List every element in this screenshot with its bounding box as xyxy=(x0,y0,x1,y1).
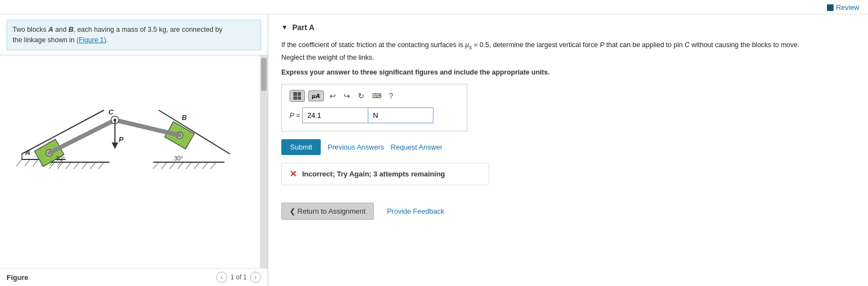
figure-nav: ‹ 1 of 1 › xyxy=(216,272,261,283)
figure-next-button[interactable]: › xyxy=(250,272,261,283)
redo-button[interactable]: ↪ xyxy=(342,90,352,101)
main-layout: Two blocks A and B, each having a mass o… xyxy=(0,14,868,286)
figure-page: 1 of 1 xyxy=(230,273,247,281)
svg-text:A: A xyxy=(25,148,30,157)
svg-line-27 xyxy=(186,162,192,169)
svg-text:30°: 30° xyxy=(174,155,183,162)
svg-line-28 xyxy=(194,162,200,169)
provide-feedback-link[interactable]: Provide Feedback xyxy=(387,207,444,215)
svg-text:C: C xyxy=(108,108,114,116)
svg-line-29 xyxy=(202,162,208,169)
svg-line-11 xyxy=(57,162,63,169)
help-button[interactable]: ? xyxy=(387,90,396,101)
svg-line-14 xyxy=(82,162,88,169)
express-line: Express your answer to three significant… xyxy=(281,68,855,76)
right-panel: ▼ Part A If the coefficient of static fr… xyxy=(268,14,868,286)
input-row: P = xyxy=(290,107,459,123)
error-icon: ✕ xyxy=(290,169,297,179)
svg-text:B: B xyxy=(182,113,187,122)
keyboard-button[interactable]: ⌨ xyxy=(370,91,384,101)
problem-text-mass: , each having a mass of 3.5 kg, are conn… xyxy=(73,26,222,33)
part-header: ▼ Part A xyxy=(281,23,855,32)
problem-statement: If the coefficient of static friction at… xyxy=(281,39,855,63)
request-answer-link[interactable]: Request Answer xyxy=(391,143,443,151)
top-bar: Review xyxy=(0,0,868,14)
refresh-button[interactable]: ↻ xyxy=(356,90,367,101)
svg-text:P: P xyxy=(119,135,124,144)
svg-line-12 xyxy=(66,162,71,169)
bottom-bar: ❮ Return to Assignment Provide Feedback xyxy=(281,196,855,222)
answer-box: μA ↩ ↪ ↻ ⌨ ? P = xyxy=(281,84,467,131)
block-a-label: A xyxy=(48,26,53,33)
figure-link[interactable]: (Figure 1) xyxy=(77,36,106,44)
svg-line-13 xyxy=(74,162,79,169)
svg-line-15 xyxy=(90,162,96,169)
svg-line-35 xyxy=(49,120,115,153)
svg-line-10 xyxy=(49,162,55,169)
grid-icon xyxy=(293,92,301,100)
review-link[interactable]: Review xyxy=(827,3,859,12)
svg-line-2 xyxy=(16,159,22,166)
value-input[interactable] xyxy=(302,107,368,123)
review-icon xyxy=(827,4,834,11)
error-box: ✕ Incorrect; Try Again; 3 attempts remai… xyxy=(281,163,489,185)
svg-line-26 xyxy=(178,162,183,169)
review-label: Review xyxy=(836,3,859,12)
svg-line-24 xyxy=(161,162,167,169)
mu-button[interactable]: μA xyxy=(308,90,324,101)
problem-text-linkage: the linkage shown in xyxy=(13,36,77,44)
problem-text-and: and xyxy=(53,26,68,33)
toolbar: μA ↩ ↪ ↻ ⌨ ? xyxy=(290,90,459,102)
submit-button[interactable]: Submit xyxy=(281,139,321,155)
diagram-svg: A B xyxy=(5,61,235,181)
svg-text:30°: 30° xyxy=(56,155,65,162)
svg-line-3 xyxy=(25,159,30,166)
previous-answers-link[interactable]: Previous Answers xyxy=(327,143,384,151)
error-message: Incorrect; Try Again; 3 attempts remaini… xyxy=(302,170,445,178)
svg-line-30 xyxy=(211,162,216,169)
p-label: P = xyxy=(290,111,300,119)
problem-text-prefix: Two blocks xyxy=(13,26,48,33)
problem-text-box: Two blocks A and B, each having a mass o… xyxy=(7,20,261,50)
svg-line-23 xyxy=(153,162,159,169)
svg-line-4 xyxy=(33,159,38,166)
grid-button[interactable] xyxy=(290,90,305,102)
block-b-label: B xyxy=(68,26,73,33)
undo-button[interactable]: ↩ xyxy=(327,90,338,101)
neglect-line: Neglect the weight of the links. xyxy=(281,54,374,61)
figure-header: Figure ‹ 1 of 1 › xyxy=(0,268,268,286)
collapse-arrow-icon[interactable]: ▼ xyxy=(281,24,288,31)
return-assignment-button[interactable]: ❮ Return to Assignment xyxy=(281,203,374,220)
left-panel: Two blocks A and B, each having a mass o… xyxy=(0,14,268,286)
figure-title: Figure xyxy=(7,273,28,282)
part-title: Part A xyxy=(292,23,315,32)
action-row: Submit Previous Answers Request Answer xyxy=(281,139,855,155)
unit-input[interactable] xyxy=(368,107,433,123)
figure-area: A B xyxy=(0,55,268,268)
svg-line-16 xyxy=(99,162,104,169)
svg-line-25 xyxy=(170,162,175,169)
figure-prev-button[interactable]: ‹ xyxy=(216,272,227,283)
scroll-thumb xyxy=(261,58,267,91)
mu-label: μA xyxy=(312,93,320,99)
figure-scrollbar[interactable] xyxy=(260,55,268,268)
